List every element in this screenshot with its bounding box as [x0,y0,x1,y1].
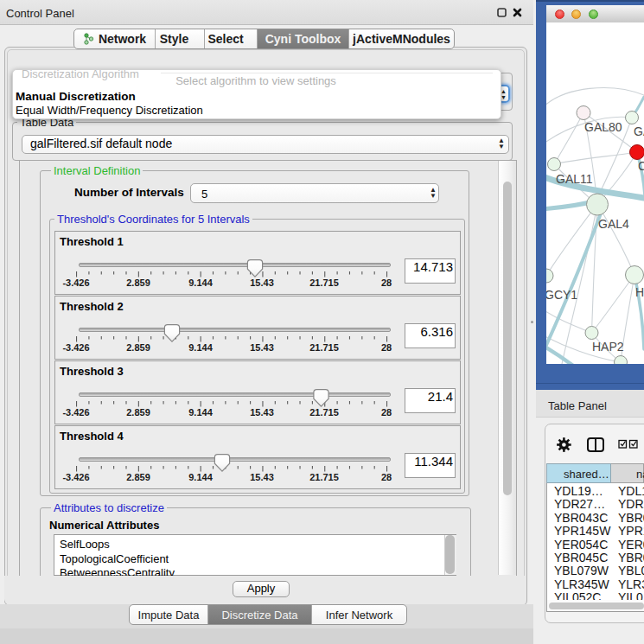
svg-text:GAL80: GAL80 [584,120,622,134]
svg-text:GAL4: GAL4 [598,217,629,231]
svg-text:GA: GA [634,124,644,138]
svg-text:GCY1: GCY1 [546,288,577,302]
svg-text:GAL11: GAL11 [556,172,593,186]
svg-text:CY: CY [638,159,644,173]
svg-text:HAP2: HAP2 [592,340,624,354]
svg-text:H: H [635,285,644,299]
